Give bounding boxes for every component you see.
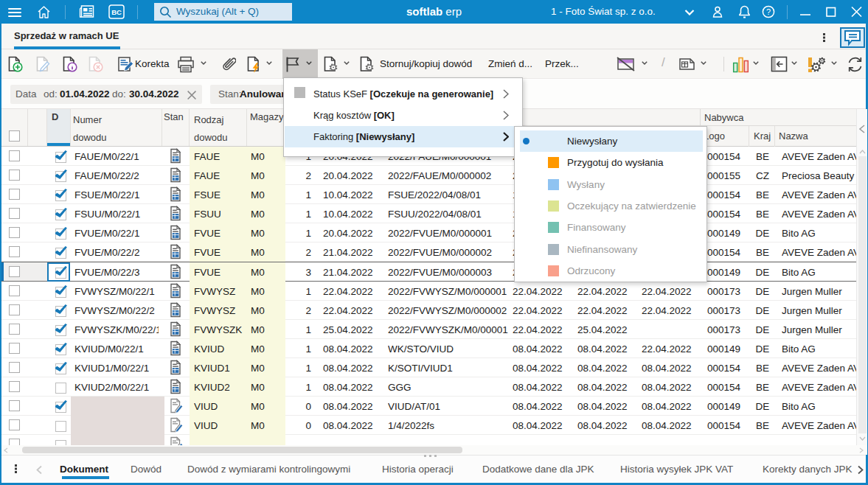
svg-text:?: ?: [766, 7, 771, 16]
